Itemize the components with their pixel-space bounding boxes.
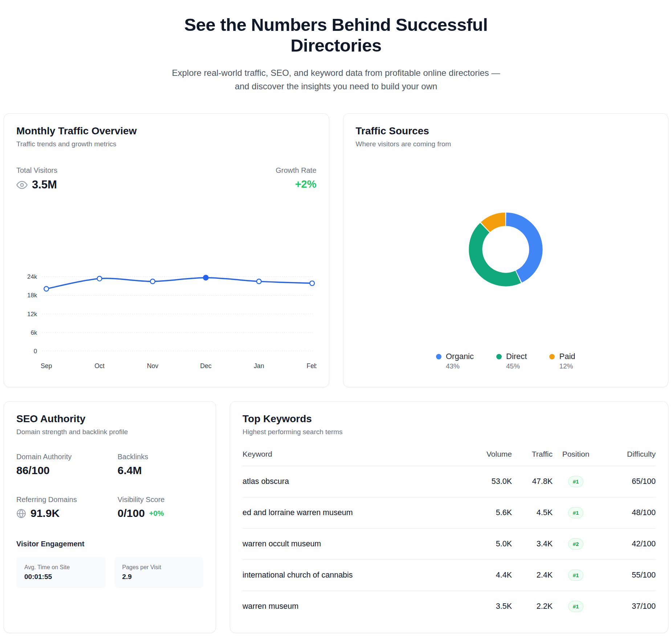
cell-traffic: 2.4K <box>512 560 553 591</box>
page-header: See the Numbers Behind Successful Direct… <box>4 4 668 93</box>
data-point-Dec[interactable] <box>203 275 209 281</box>
data-point-Oct[interactable] <box>97 276 102 281</box>
growth-rate-stat: Growth Rate +2% <box>276 166 316 190</box>
pages-per-visit-value: 2.9 <box>122 573 196 581</box>
legend-percentage: 12% <box>559 362 575 370</box>
total-visitors-label: Total Visitors <box>16 166 57 175</box>
top-keywords-card: Top Keywords Highest performing search t… <box>230 401 668 633</box>
seo-metrics-grid: Domain Authority 86/100 Backlinks 6.4M R… <box>16 453 203 519</box>
monthly-traffic-title: Monthly Traffic Overview <box>16 125 317 137</box>
donut-chart-svg <box>457 201 554 298</box>
cards-row-1: Monthly Traffic Overview Traffic trends … <box>4 113 668 387</box>
legend-percentage: 45% <box>506 362 527 370</box>
y-tick-label: 6k <box>30 329 37 336</box>
page-title: See the Numbers Behind Successful Direct… <box>176 15 496 56</box>
cell-volume: 5.6K <box>468 497 512 529</box>
legend-item-organic[interactable]: Organic43% <box>436 352 474 370</box>
domain-authority-value: 86/100 <box>16 464 50 477</box>
cell-difficulty: 37/100 <box>599 591 656 622</box>
col-header-keyword: Keyword <box>243 450 468 466</box>
position-badge: #1 <box>568 601 584 612</box>
cell-volume: 4.4K <box>468 560 512 591</box>
cell-keyword: warren museum <box>243 591 468 622</box>
donut-segment-paid[interactable] <box>485 219 505 227</box>
keyword-table-row: ed and lorraine warren museum5.6K4.5K#14… <box>243 497 656 529</box>
x-tick-label-Jan: Jan <box>254 362 264 370</box>
backlinks-label: Backlinks <box>118 453 203 461</box>
donut-segment-direct[interactable] <box>476 228 518 280</box>
cell-position: #1 <box>553 591 599 622</box>
traffic-sources-donut-chart <box>457 201 554 299</box>
position-badge: #2 <box>568 538 584 550</box>
growth-rate-label: Growth Rate <box>276 166 316 175</box>
donut-legend: Organic43%Direct45%Paid12% <box>356 352 656 370</box>
cell-difficulty: 65/100 <box>599 466 656 497</box>
legend-dot-direct <box>496 354 502 359</box>
donut-segment-organic[interactable] <box>506 219 536 277</box>
monthly-traffic-subtitle: Traffic trends and growth metrics <box>16 140 317 148</box>
col-header-position: Position <box>553 450 599 466</box>
legend-item-paid[interactable]: Paid12% <box>549 352 575 370</box>
traffic-sources-title: Traffic Sources <box>356 125 656 137</box>
x-tick-label-Sep: Sep <box>41 362 52 370</box>
col-header-traffic: Traffic <box>512 450 553 466</box>
cell-keyword: warren occult museum <box>243 529 468 560</box>
globe-icon <box>16 509 26 518</box>
legend-item-direct[interactable]: Direct45% <box>496 352 527 370</box>
seo-authority-card: SEO Authority Domain strength and backli… <box>4 401 216 633</box>
cell-traffic: 2.2K <box>512 591 553 622</box>
legend-label: Organic <box>446 352 474 361</box>
growth-rate-value: +2% <box>276 178 316 190</box>
cell-difficulty: 55/100 <box>599 560 656 591</box>
cell-keyword: atlas obscura <box>243 466 468 497</box>
top-keywords-subtitle: Highest performing search terms <box>243 428 656 436</box>
cards-row-2: SEO Authority Domain strength and backli… <box>4 401 668 633</box>
total-visitors-value: 3.5M <box>32 178 57 191</box>
domain-authority-label: Domain Authority <box>16 453 118 461</box>
cell-volume: 53.0K <box>468 466 512 497</box>
monthly-traffic-card: Monthly Traffic Overview Traffic trends … <box>4 113 329 387</box>
legend-percentage: 43% <box>446 362 474 370</box>
position-badge: #1 <box>568 507 584 518</box>
pages-per-visit-box: Pages per Visit 2.9 <box>114 557 204 588</box>
seo-authority-subtitle: Domain strength and backlink profile <box>16 428 203 436</box>
seo-authority-title: SEO Authority <box>16 413 203 425</box>
col-header-volume: Volume <box>468 450 512 466</box>
referring-domains-metric: Referring Domains 91.9K <box>16 496 118 519</box>
engagement-boxes: Avg. Time on Site 00:01:55 Pages per Vis… <box>16 557 203 588</box>
cell-position: #1 <box>553 560 599 591</box>
traffic-sources-subtitle: Where visitors are coming from <box>356 140 656 148</box>
data-point-Jan[interactable] <box>257 279 261 284</box>
y-tick-label: 18k <box>27 292 37 299</box>
data-point-Nov[interactable] <box>150 279 155 284</box>
domain-authority-metric: Domain Authority 86/100 <box>16 453 118 477</box>
y-tick-label: 0 <box>34 348 37 355</box>
cell-volume: 5.0K <box>468 529 512 560</box>
position-badge: #1 <box>568 570 584 581</box>
page-subtitle-line2: and discover the insights you need to bu… <box>235 81 437 91</box>
legend-dot-paid <box>549 354 555 359</box>
x-tick-label-Feb: Feb <box>306 362 316 370</box>
keywords-table: Keyword Volume Traffic Position Difficul… <box>243 450 656 622</box>
x-tick-label-Oct: Oct <box>94 362 105 370</box>
visibility-score-delta: +0% <box>149 509 164 518</box>
referring-domains-label: Referring Domains <box>16 496 118 504</box>
y-tick-label: 24k <box>27 273 37 280</box>
visitor-engagement-heading: Visitor Engagement <box>16 540 203 548</box>
data-point-Feb[interactable] <box>310 281 314 286</box>
avg-time-label: Avg. Time on Site <box>24 564 98 571</box>
monthly-traffic-line-chart: 24k18k12k6k0SepOctNovDecJanFeb <box>16 262 317 376</box>
avg-time-box: Avg. Time on Site 00:01:55 <box>16 557 106 588</box>
total-visitors-stat: Total Visitors 3.5M <box>16 166 57 191</box>
avg-time-value: 00:01:55 <box>24 573 98 581</box>
cell-position: #2 <box>553 529 599 560</box>
keyword-table-row: warren occult museum5.0K3.4K#242/100 <box>243 529 656 560</box>
cell-position: #1 <box>553 497 599 529</box>
data-point-Sep[interactable] <box>44 286 49 291</box>
donut-chart-area <box>356 148 656 352</box>
visibility-score-value: 0/100 <box>118 507 145 519</box>
page: See the Numbers Behind Successful Direct… <box>0 0 672 637</box>
line-chart-svg: 24k18k12k6k0SepOctNovDecJanFeb <box>16 262 317 374</box>
cell-difficulty: 48/100 <box>599 497 656 529</box>
keywords-table-header-row: Keyword Volume Traffic Position Difficul… <box>243 450 656 466</box>
